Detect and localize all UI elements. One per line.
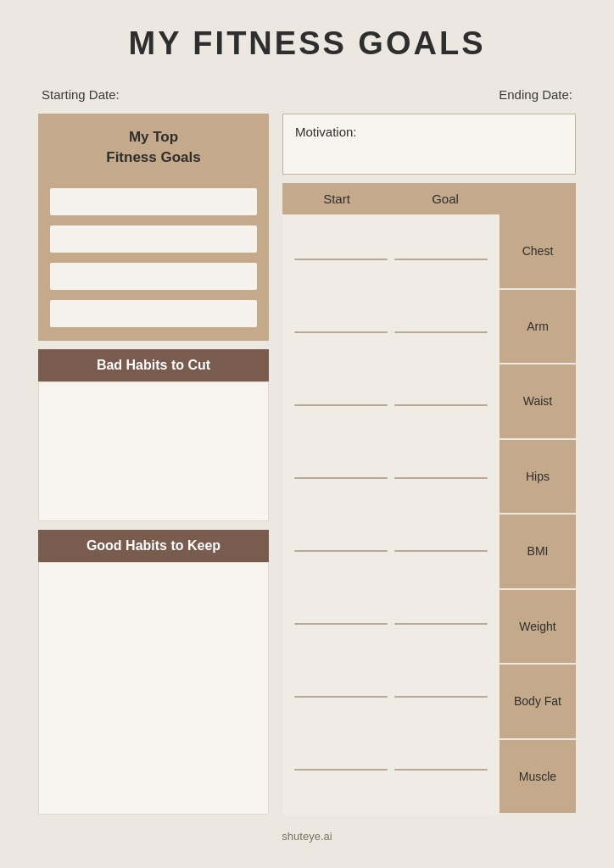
good-habits-area[interactable] xyxy=(38,562,269,815)
measure-label-hips: Hips xyxy=(500,440,576,515)
bad-habits-header: Bad Habits to Cut xyxy=(38,349,269,381)
goal-line-2[interactable] xyxy=(50,225,257,253)
measure-line-start-8[interactable] xyxy=(294,769,388,771)
measure-row-2 xyxy=(294,326,488,338)
content-row: My TopFitness Goals Bad Habits to Cut Go… xyxy=(38,114,576,815)
dates-row: Starting Date: Ending Date: xyxy=(38,87,576,102)
measure-label-chest: Chest xyxy=(500,214,576,290)
goal-line-1[interactable] xyxy=(50,188,257,215)
measure-line-goal-7[interactable] xyxy=(394,696,488,698)
measure-line-start-7[interactable] xyxy=(294,696,388,698)
measure-line-start-3[interactable] xyxy=(294,404,388,406)
page-title: MY FITNESS GOALS xyxy=(128,25,485,62)
measure-line-goal-4[interactable] xyxy=(394,477,488,479)
measure-line-goal-8[interactable] xyxy=(394,769,488,771)
motivation-box[interactable]: Motivation: xyxy=(282,114,576,175)
measure-line-goal-2[interactable] xyxy=(394,331,488,333)
measure-row-8 xyxy=(294,764,488,776)
measure-line-goal-6[interactable] xyxy=(394,623,488,625)
right-column: Motivation: Start Goal xyxy=(282,114,576,815)
measure-labels: ChestArmWaistHipsBMIWeightBody FatMuscle xyxy=(500,214,576,815)
page: MY FITNESS GOALS Starting Date: Ending D… xyxy=(0,0,614,868)
goal-line-4[interactable] xyxy=(50,300,257,327)
measure-label-arm: Arm xyxy=(500,290,576,365)
top-goals-header: My TopFitness Goals xyxy=(38,114,269,181)
footer: shuteye.ai xyxy=(282,830,332,843)
ending-date-label: Ending Date: xyxy=(499,87,572,102)
goal-label: Goal xyxy=(391,192,500,206)
measure-label-waist: Waist xyxy=(500,364,576,440)
measure-row-7 xyxy=(294,691,488,703)
measure-line-start-1[interactable] xyxy=(294,259,388,260)
measurements-inputs xyxy=(282,214,500,815)
bad-habits-area[interactable] xyxy=(38,381,269,521)
measure-line-start-2[interactable] xyxy=(294,331,388,333)
measure-line-start-6[interactable] xyxy=(294,623,388,625)
measure-row-4 xyxy=(294,472,488,484)
motivation-label: Motivation: xyxy=(295,125,357,139)
start-goal-header: Start Goal xyxy=(282,183,576,214)
measure-row-3 xyxy=(294,399,488,411)
measure-row-1 xyxy=(294,253,488,265)
measure-row-6 xyxy=(294,618,488,630)
measure-label-bmi: BMI xyxy=(500,515,576,590)
measure-label-body-fat: Body Fat xyxy=(500,665,576,740)
measure-line-goal-5[interactable] xyxy=(394,550,488,552)
start-label: Start xyxy=(282,192,391,206)
measure-line-goal-3[interactable] xyxy=(394,404,488,406)
left-column: My TopFitness Goals Bad Habits to Cut Go… xyxy=(38,114,269,815)
measure-line-start-4[interactable] xyxy=(294,477,388,479)
measure-label-muscle: Muscle xyxy=(500,740,576,815)
starting-date-label: Starting Date: xyxy=(42,87,120,102)
measure-line-goal-1[interactable] xyxy=(394,259,488,260)
measure-label-weight: Weight xyxy=(500,590,576,665)
goal-line-3[interactable] xyxy=(50,263,257,290)
good-habits-header: Good Habits to Keep xyxy=(38,530,269,562)
measure-row-5 xyxy=(294,545,488,557)
measure-line-start-5[interactable] xyxy=(294,550,388,552)
top-goals-lines xyxy=(38,181,269,341)
measurements-area: ChestArmWaistHipsBMIWeightBody FatMuscle xyxy=(282,214,576,815)
